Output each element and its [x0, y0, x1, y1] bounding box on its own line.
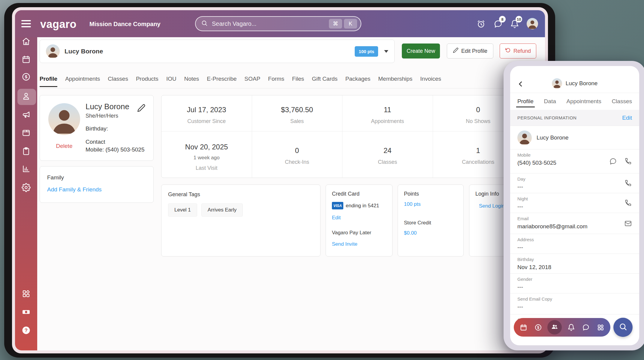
mobile-tab-profile[interactable]: Profile — [517, 93, 534, 110]
sidebar-item-website[interactable] — [15, 126, 37, 141]
tab-memberships[interactable]: Memberships — [378, 76, 412, 87]
mobile-tab-classes[interactable]: Classes — [612, 93, 632, 110]
hamburger-menu-icon[interactable] — [21, 20, 31, 27]
mobile-person-name: Lucy Borone — [537, 134, 569, 141]
nav-sales-icon[interactable]: $ — [534, 324, 542, 331]
tab-forms[interactable]: Forms — [268, 76, 284, 87]
sidebar-item-help[interactable]: ? — [15, 323, 37, 339]
tab-classes[interactable]: Classes — [108, 76, 128, 87]
tab-products[interactable]: Products — [136, 76, 158, 87]
delete-link[interactable]: Delete — [48, 143, 80, 149]
mobile-preview-frame: Lucy Borone Profile Data Appointments Cl… — [504, 61, 644, 350]
send-invite-link[interactable]: Send Invite — [332, 241, 386, 247]
nav-messages-icon[interactable] — [582, 324, 590, 331]
edit-pencil-icon[interactable] — [137, 104, 146, 112]
svg-text:$: $ — [25, 74, 28, 79]
phone-call-icon[interactable] — [624, 179, 632, 187]
sidebar-item-apps[interactable] — [15, 286, 37, 302]
vagaro-pay-later-label: Vagaro Pay Later — [332, 230, 386, 236]
nav-apps-icon[interactable] — [597, 324, 604, 331]
tag-chips: Level 1 Arrives Early — [168, 203, 243, 217]
tab-eprescribe[interactable]: E-Prescribe — [207, 76, 236, 87]
stat-last-visit: Nov 20, 20251 week agoLast Visit — [161, 131, 252, 178]
tab-soap[interactable]: SOAP — [245, 76, 260, 87]
sidebar-item-marketing[interactable] — [15, 107, 37, 123]
app-chrome: $ ? vagaro Mission Dance Company ⌘ K 8 — [15, 10, 545, 350]
question-icon: ? — [22, 326, 31, 336]
credit-card-title: Credit Card — [332, 191, 386, 197]
edit-profile-button[interactable]: Edit Profile — [447, 44, 493, 58]
profile-photo — [48, 103, 80, 135]
mobile-tab-data[interactable]: Data — [544, 93, 556, 110]
app-window: $ ? vagaro Mission Dance Company ⌘ K 8 — [12, 7, 548, 353]
nav-calendar-icon[interactable] — [520, 324, 527, 331]
pencil-icon — [453, 47, 459, 55]
envelope-icon[interactable] — [624, 220, 632, 227]
sidebar-item-calendar[interactable] — [15, 52, 37, 68]
tab-appointments[interactable]: Appointments — [65, 76, 100, 87]
mobile-edit-link[interactable]: Edit — [622, 115, 632, 121]
tab-gift-cards[interactable]: Gift Cards — [312, 76, 338, 87]
dollar-circle-icon: $ — [22, 72, 31, 82]
refund-button[interactable]: Refund — [500, 44, 536, 58]
add-family-friends-link[interactable]: Add Family & Friends — [47, 186, 102, 193]
field-row-day: Day --- — [510, 173, 639, 193]
tab-packages[interactable]: Packages — [345, 76, 370, 87]
family-card: Family Add Family & Friends — [40, 166, 154, 203]
tag-level-1[interactable]: Level 1 — [168, 203, 197, 217]
gear-icon — [22, 183, 31, 193]
contact-label: Contact — [86, 139, 105, 145]
card-ending: ending in 5421 — [346, 203, 379, 209]
chevron-down-icon[interactable] — [384, 50, 388, 53]
back-chevron-icon[interactable] — [517, 80, 525, 88]
notifications-badge: 10 — [516, 16, 522, 22]
sidebar-item-settings[interactable] — [15, 180, 37, 196]
nav-notifications-icon[interactable] — [567, 324, 575, 331]
field-row-gender: Gender --- — [510, 274, 639, 293]
mobile-customer-name: Lucy Borone — [566, 80, 598, 87]
tab-notes[interactable]: Notes — [184, 76, 199, 87]
search-icon — [619, 322, 627, 332]
tab-iou[interactable]: IOU — [166, 76, 176, 87]
clipboard-icon — [22, 147, 31, 157]
customer-avatar — [46, 44, 60, 58]
tab-files[interactable]: Files — [292, 76, 304, 87]
sms-icon[interactable] — [609, 158, 617, 165]
points-value-link[interactable]: 100 pts — [404, 201, 457, 207]
sidebar-item-reports[interactable] — [15, 162, 37, 177]
store-credit-value-link[interactable]: $0.00 — [404, 230, 457, 236]
family-title: Family — [47, 174, 64, 181]
tab-profile[interactable]: Profile — [40, 76, 57, 87]
stat-classes: 24Classes — [342, 131, 433, 178]
home-icon — [22, 37, 31, 47]
mobile-search-button[interactable] — [613, 318, 633, 337]
phone-call-icon[interactable] — [624, 158, 632, 165]
customer-stats-grid: Jul 17, 2023Customer Since $3,760.50Sale… — [161, 95, 524, 178]
personal-information-title: PERSONAL INFORMATION — [517, 115, 576, 120]
sidebar-item-payments[interactable] — [15, 305, 37, 320]
mobile-screen: Lucy Borone Profile Data Appointments Cl… — [510, 66, 639, 345]
field-row-birthday: Birthday Nov 12, 2018 — [510, 254, 639, 274]
messages-badge: 8 — [499, 16, 506, 22]
phone-call-icon[interactable] — [624, 199, 632, 207]
sidebar-item-sales[interactable]: $ — [15, 70, 37, 85]
points-badge[interactable]: 100 pts — [355, 46, 378, 57]
search-icon — [201, 20, 208, 28]
messages-icon[interactable]: 8 — [494, 20, 503, 28]
sidebar-item-customers[interactable] — [15, 89, 37, 104]
search-bar[interactable]: ⌘ K — [195, 16, 361, 31]
create-new-button[interactable]: Create New — [402, 44, 440, 58]
tag-arrives-early[interactable]: Arrives Early — [201, 203, 243, 217]
notifications-bell-icon[interactable]: 10 — [510, 20, 519, 28]
browser-window-icon — [22, 128, 31, 139]
sidebar-item-forms[interactable] — [15, 144, 37, 160]
mobile-tab-appointments[interactable]: Appointments — [566, 93, 601, 110]
mobile-person-row: Lucy Borone — [510, 126, 639, 149]
tab-invoices[interactable]: Invoices — [420, 76, 441, 87]
search-input[interactable] — [211, 20, 327, 28]
user-avatar[interactable] — [527, 18, 538, 29]
personal-information-section: PERSONAL INFORMATION Edit — [510, 110, 639, 126]
edit-card-link[interactable]: Edit — [332, 215, 386, 221]
nav-customers-active[interactable] — [547, 320, 562, 334]
alarm-clock-icon[interactable] — [477, 20, 486, 28]
